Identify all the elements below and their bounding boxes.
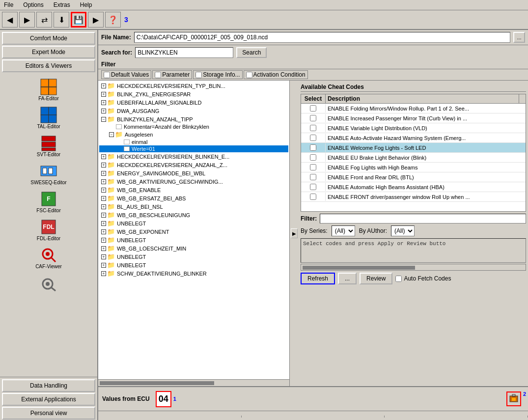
cheat-filter-input[interactable] [320,214,526,224]
personal-view-button[interactable]: Personal view [2,407,95,420]
arrow-right-button[interactable]: ▶ [291,228,298,238]
tree-expand-icon[interactable]: + [101,100,106,105]
tree-expand-icon[interactable]: + [101,254,106,259]
refresh-button[interactable]: Refresh [301,273,335,284]
cheat-checkbox-1[interactable] [301,114,326,122]
tree-item[interactable]: +📁DWA_AUSGANG [99,107,288,115]
cheat-row[interactable]: ENABLE Welcome Fog Lights - Soft LED [301,143,526,153]
back-button[interactable]: ◀ [2,12,18,28]
cheat-checkbox-2[interactable] [301,124,326,132]
help-button[interactable]: ❓ [105,12,121,28]
cheat-checkbox-5[interactable] [301,153,326,162]
tree-expand-icon[interactable]: + [101,213,106,218]
tree-item[interactable]: Werte=01 [99,145,288,152]
download-button[interactable]: ⬇ [54,12,69,28]
tree-item[interactable]: +📁WB_GB_AKTIVIERUNG_GESCHWINDIG... [99,177,288,186]
tree-expand-icon[interactable]: + [101,171,106,176]
comfort-mode-button[interactable]: Comfort Mode [2,32,95,45]
cheat-row[interactable]: ENABLE Auto-Activate Hazard Warning Syst… [301,133,526,143]
forward-button[interactable]: ▶ [19,12,35,28]
save-button[interactable]: 💾 [71,12,86,28]
storage-info-checkbox[interactable] [195,72,202,78]
tree-item[interactable]: +📁WB_GB_LOESCHZEIT_MIN [99,244,288,252]
cheat-row[interactable]: ENABLE Variable Light Distribution (VLD) [301,123,526,133]
default-values-checkbox[interactable] [104,72,110,78]
tree-horizontal-scrollbar[interactable] [98,379,289,386]
menu-options[interactable]: Options [21,1,45,9]
tree-item[interactable]: +📁UNBELEGT [99,236,288,244]
cheat-checkbox-4[interactable] [301,143,326,152]
tree-item[interactable]: Kommentar=Anzahl der Blinkzyklen [99,123,288,130]
tree-item[interactable]: +📁UNBELEGT [99,219,288,227]
sidebar-item-fsc-editor[interactable]: F FSC-Editor [2,188,95,215]
sidebar-item-svt-editor[interactable]: SVT-Editor [2,132,95,159]
tree-expand-icon[interactable]: + [101,204,106,209]
tree-item[interactable]: +📁WB_GB_BESCHLEUNIGUNG [99,211,288,219]
tree-expand-icon[interactable]: + [101,238,106,243]
expert-mode-button[interactable]: Expert Mode [2,46,95,58]
sidebar-item-extra[interactable] [2,272,95,294]
tree-expand-icon[interactable]: + [101,221,106,226]
search-button[interactable]: Search [236,47,267,58]
tree-expand-icon[interactable]: − [101,117,106,122]
cheat-row[interactable]: ENABLE Fog Lights with High Beams [301,163,526,172]
tree-expand-icon[interactable]: − [109,132,114,137]
tree-expand-icon[interactable]: + [101,84,106,88]
by-author-select[interactable]: (All) [391,225,415,236]
tree-item[interactable]: −📁Ausgelesen [99,130,288,139]
cheat-row[interactable]: ENABLE FRONT driver/passenger window Rol… [301,192,526,202]
tree-item[interactable]: +📁SCHW_DEAKTIVIERUNG_BLINKER [99,269,288,278]
editors-viewers-button[interactable]: Editors & Viewers [2,59,95,72]
tree-expand-icon[interactable]: + [101,271,106,276]
sidebar-item-sweseq-editor[interactable]: SWESEQ-Editor [2,160,95,187]
cheat-checkbox-0[interactable] [301,104,326,112]
cheat-row[interactable]: ENABLE Folding Mirrors/Window Rollup. Pa… [301,104,526,113]
tree-expand-icon[interactable]: + [101,188,106,193]
review-button[interactable]: Review [360,273,392,284]
file-input[interactable] [134,32,510,43]
menu-help[interactable]: Help [78,1,94,9]
auto-fetch-checkbox[interactable] [395,276,402,282]
cheat-row[interactable]: ENABLE Automatic High Beams Assistant (H… [301,182,526,192]
tree-item[interactable]: +📁ENERGY_SAVINGMODE_BEI_WBL [99,169,288,177]
sidebar-item-fdl-editor[interactable]: FDL FDL-Editor [2,216,95,243]
sidebar-item-tal-editor[interactable]: TAL-Editor [2,104,95,131]
tree-item[interactable]: +📁WB_GB_ERSATZ_BEI_ABS [99,194,288,202]
tree-item[interactable]: einmal [99,139,288,145]
cheat-checkbox-7[interactable] [301,173,326,181]
cheat-row[interactable]: ENABLE Front and Rear DRL (BTL) [301,172,526,182]
search-input[interactable] [135,47,233,58]
tree-expand-icon[interactable]: + [101,229,106,234]
tree-item[interactable]: +📁WB_GB_ENABLE [99,186,288,194]
tree-item[interactable]: +📁BL_AUS_BEI_NSL [99,202,288,211]
tree-expand-icon[interactable]: + [101,92,106,97]
data-handling-button[interactable]: Data Handling [2,379,95,392]
sidebar-item-fa-editor[interactable]: FA-Editor [2,76,95,103]
external-applications-button[interactable]: External Applications [2,393,95,406]
cheat-row[interactable]: ENABLE EU Brake Light Behavior (Blink) [301,153,526,163]
values-icon-button[interactable] [506,392,521,406]
cheat-row[interactable]: ENABLE Increased Passenger Mirror Tilt (… [301,113,526,123]
tree-item[interactable]: +📁UNBELEGT [99,252,288,261]
tree-item[interactable]: −📁BLINKZYKLEN_ANZAHL_TIPP [99,115,288,123]
tree-expand-icon[interactable]: + [101,263,106,268]
tree-expand-icon[interactable]: + [101,154,106,159]
tree-expand-icon[interactable]: + [101,163,106,168]
tree-item[interactable]: +📁HECKDECKELREVERSIEREN_BLINKEN_E... [99,152,288,161]
sidebar-item-caf-viewer[interactable]: CAF-Viewer [2,244,95,271]
cheat-checkbox-8[interactable] [301,183,326,191]
tree-item[interactable]: +📁WB_GB_EXPONENT [99,227,288,236]
activation-checkbox[interactable] [246,72,252,78]
by-series-select[interactable]: (All) [332,225,355,236]
menu-extras[interactable]: Extras [52,1,72,9]
tree-item[interactable]: +📁BLINK_ZYKL_ENERGIESPAR [99,90,288,98]
cheat-checkbox-3[interactable] [301,134,326,142]
tree-item[interactable]: +📁HECKDECKELREVERSIEREN_TYP_BLIN... [99,82,288,90]
tree-expand-icon[interactable]: + [101,109,106,113]
cheat-horizontal-scroll[interactable] [301,264,526,271]
tree-item[interactable]: +📁HECKDECKELREVERSIEREN_ANZAHL_Z... [99,161,288,169]
parameter-checkbox[interactable] [155,72,161,78]
cheat-checkbox-6[interactable] [301,163,326,171]
tree-item[interactable]: +📁UEBERFALLALARM_SIGNALBILD [99,98,288,107]
menu-file[interactable]: File [2,1,15,9]
